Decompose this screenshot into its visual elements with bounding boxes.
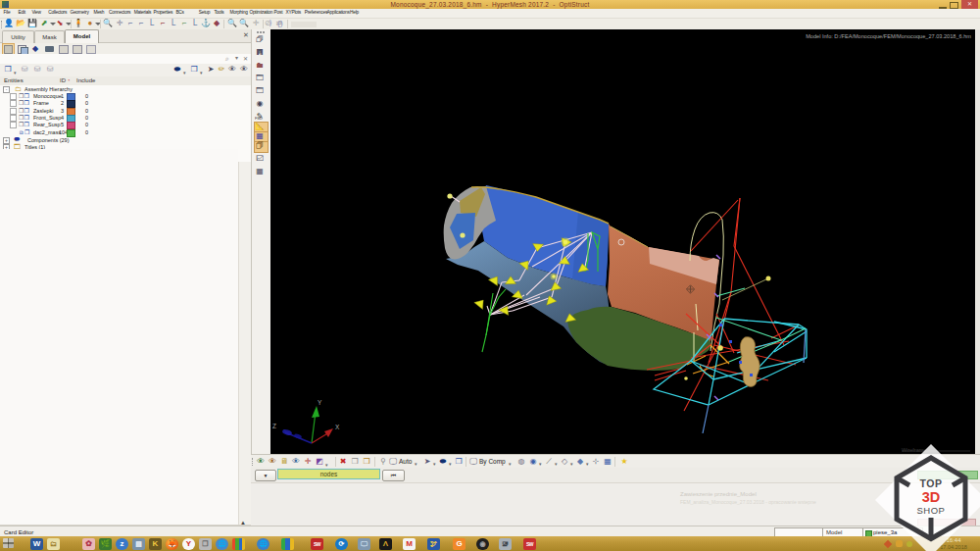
svg-text:TOP: TOP — [920, 477, 943, 489]
svg-text:3D: 3D — [922, 489, 941, 505]
svg-text:Y: Y — [318, 399, 322, 406]
svg-text:Model Info: D:/FEA/Monocoque/F: Model Info: D:/FEA/Monocoque/FEM/Monocoq… — [806, 33, 971, 39]
svg-text:SHOP: SHOP — [917, 505, 946, 516]
svg-text:Z: Z — [272, 423, 276, 429]
svg-text:X: X — [335, 424, 340, 430]
